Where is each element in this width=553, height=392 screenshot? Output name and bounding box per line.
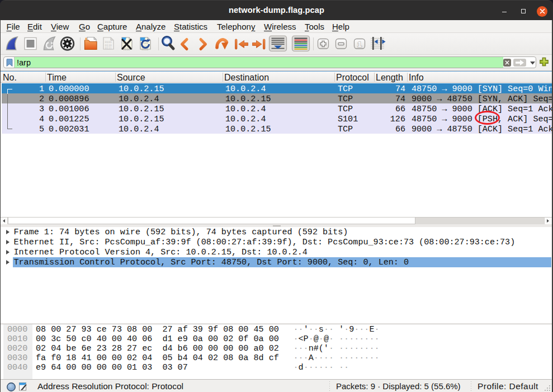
svg-text:0111: 0111 xyxy=(123,48,130,51)
svg-text:1: 1 xyxy=(358,40,362,49)
svg-text:0111: 0111 xyxy=(105,47,112,50)
